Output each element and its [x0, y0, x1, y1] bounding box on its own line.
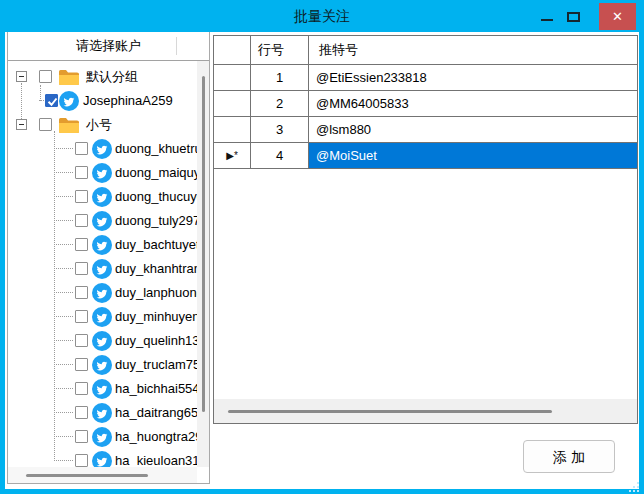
tree-connector-stub	[54, 340, 73, 341]
tree-account-item[interactable]: duy_khanhtran	[8, 257, 209, 281]
row-line-no: 4	[251, 143, 309, 168]
account-label: duong_tuly297	[115, 209, 200, 233]
tree-horizontal-scrollbar[interactable]	[8, 467, 197, 483]
group-checkbox[interactable]	[39, 70, 52, 83]
account-label: duong_thucuye	[115, 185, 204, 209]
tree-connector-stub	[54, 220, 73, 221]
tree-connector-stub	[54, 364, 73, 365]
row-handle-cell[interactable]: @EtiEssien233818	[309, 65, 637, 90]
tree-connector-stub	[54, 460, 73, 461]
tree-group-item[interactable]: 默认分组	[8, 65, 209, 89]
tree-account-item[interactable]: ha_daitrang658	[8, 401, 209, 425]
tree-connector-stub	[54, 268, 73, 269]
grid-horizontal-scrollbar-thumb[interactable]	[228, 410, 552, 413]
folder-icon	[58, 117, 80, 138]
tree-connector-stub	[54, 172, 73, 173]
tree-account-item[interactable]: duong_thucuye	[8, 185, 209, 209]
window-border-right	[639, 32, 644, 494]
grid-header-row: 行号 推特号	[214, 36, 637, 65]
tree-account-item[interactable]: duong_tuly297	[8, 209, 209, 233]
row-handle-cell[interactable]: @MM64005833	[309, 91, 637, 116]
tree-account-item[interactable]: duy_minhuyen5	[8, 305, 209, 329]
account-label: duy_truclam759	[115, 353, 208, 377]
maximize-button[interactable]	[562, 6, 586, 26]
tree-connector-stub	[54, 412, 73, 413]
grid-horizontal-scrollbar[interactable]	[214, 399, 637, 423]
twitter-icon	[92, 331, 112, 355]
table-row[interactable]: ▶*4@MoiSuet	[214, 143, 637, 169]
account-checkbox[interactable]	[75, 166, 88, 179]
tree-vertical-scrollbar-thumb[interactable]	[202, 76, 205, 412]
table-row[interactable]: 1@EtiEssien233818	[214, 65, 637, 91]
table-row[interactable]: 3@lsm880	[214, 117, 637, 143]
tree-account-item[interactable]: duy_bachtuyet8	[8, 233, 209, 257]
minimize-button[interactable]	[536, 6, 558, 26]
account-panel-header: 请选择账户	[8, 32, 209, 61]
tree-account-item[interactable]: ha_huongtra29	[8, 425, 209, 449]
account-checkbox[interactable]	[75, 406, 88, 419]
row-indicator	[214, 65, 251, 90]
account-checkbox[interactable]	[75, 262, 88, 275]
window-border-bottom	[0, 489, 644, 494]
account-panel: 请选择账户 默认分组JosephinaA259小号duong_khuetrudu…	[7, 32, 210, 484]
grid-header-handle: 推特号	[309, 36, 637, 64]
account-checkbox[interactable]	[75, 286, 88, 299]
twitter-icon	[92, 259, 112, 283]
tree-connector-stub	[54, 244, 73, 245]
account-label: ha_daitrang658	[115, 401, 205, 425]
tree-connector-stub	[54, 436, 73, 437]
grid-header-line-no: 行号	[251, 36, 309, 64]
twitter-icon	[92, 427, 112, 451]
tree-vertical-scrollbar[interactable]	[197, 61, 209, 467]
tree-connector-stub	[54, 316, 73, 317]
account-checkbox[interactable]	[75, 358, 88, 371]
account-checkbox[interactable]	[75, 238, 88, 251]
tree-account-item[interactable]: duong_maiquy	[8, 161, 209, 185]
account-checkbox[interactable]	[75, 382, 88, 395]
tree-account-item[interactable]: duy_quelinh133	[8, 329, 209, 353]
tree-connector-stub	[54, 196, 73, 197]
account-checkbox[interactable]	[75, 334, 88, 347]
tree-account-item[interactable]: ha_bichhai5543	[8, 377, 209, 401]
account-checkbox[interactable]	[45, 94, 58, 107]
row-handle-cell[interactable]: @MoiSuet	[309, 143, 637, 168]
account-label: ha_huongtra29	[115, 425, 202, 449]
account-checkbox[interactable]	[75, 190, 88, 203]
account-checkbox[interactable]	[75, 310, 88, 323]
resize-grip-icon[interactable]	[629, 482, 641, 492]
row-line-no: 1	[251, 65, 309, 90]
tree-account-item[interactable]: duy_truclam759	[8, 353, 209, 377]
row-indicator: ▶*	[214, 143, 251, 168]
tree-account-item[interactable]: JosephinaA259	[8, 89, 209, 113]
tree-group-item[interactable]: 小号	[8, 113, 209, 137]
tree-account-item[interactable]: duong_khuetru	[8, 137, 209, 161]
maximize-icon	[567, 12, 580, 22]
folder-icon	[58, 69, 80, 90]
group-checkbox[interactable]	[39, 118, 52, 131]
twitter-icon	[92, 307, 112, 331]
account-checkbox[interactable]	[75, 214, 88, 227]
twitter-icon	[92, 283, 112, 307]
twitter-icon	[92, 235, 112, 259]
tree-account-item[interactable]: duy_lanphuong	[8, 281, 209, 305]
account-panel-header-label: 请选择账户	[8, 32, 209, 60]
account-label: duy_bachtuyet8	[115, 233, 207, 257]
collapse-box-icon[interactable]	[16, 119, 27, 130]
account-label: JosephinaA259	[83, 89, 173, 113]
account-label: duy_lanphuong	[115, 281, 204, 305]
window-border-left	[0, 32, 5, 494]
twitter-icon	[92, 187, 112, 211]
tree-horizontal-scrollbar-thumb[interactable]	[26, 474, 148, 477]
titlebar[interactable]: 批量关注 ✕	[0, 0, 644, 32]
collapse-box-icon[interactable]	[16, 71, 27, 82]
row-line-no: 3	[251, 117, 309, 142]
add-button[interactable]: 添 加	[523, 440, 615, 473]
account-checkbox[interactable]	[75, 430, 88, 443]
account-checkbox[interactable]	[75, 454, 88, 467]
tree-connector-stub	[54, 148, 73, 149]
grid-header-indicator	[214, 36, 251, 64]
row-handle-cell[interactable]: @lsm880	[309, 117, 637, 142]
account-checkbox[interactable]	[75, 142, 88, 155]
table-row[interactable]: 2@MM64005833	[214, 91, 637, 117]
close-button[interactable]: ✕	[599, 3, 636, 30]
